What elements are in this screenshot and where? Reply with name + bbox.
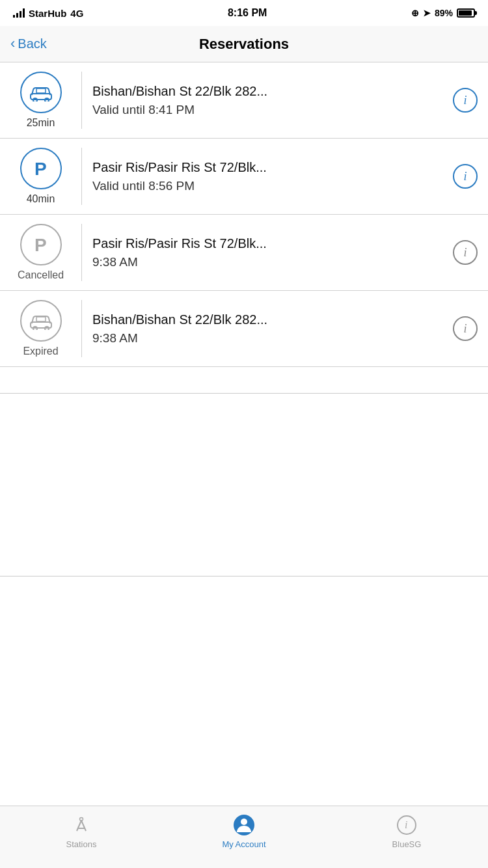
reservation-icon-section: 25min	[10, 72, 82, 129]
car-icon-circle	[20, 72, 62, 113]
status-bar: StarHub 4G 8:16 PM ⊕ ➤ 89%	[0, 0, 488, 26]
reservation-item[interactable]: P Cancelled Pasir Ris/Pasir Ris St 72/Bl…	[0, 215, 488, 291]
tab-myaccount-label: My Account	[222, 839, 265, 849]
parking-icon-circle-cancelled: P	[20, 224, 62, 265]
tab-stations-label: Stations	[66, 839, 97, 849]
reservation-item[interactable]: Expired Bishan/Bishan St 22/Blk 282... 9…	[0, 291, 488, 367]
status-indicators: ⊕ ➤ 89%	[411, 8, 475, 18]
battery-percent: 89%	[435, 8, 453, 18]
signal-icon	[13, 8, 25, 18]
reservation-location: Pasir Ris/Pasir Ris St 72/Blk...	[92, 236, 448, 251]
status-label: Cancelled	[18, 269, 64, 281]
car-icon-circle-expired	[20, 300, 62, 342]
tab-bluesg-label: BlueSG	[392, 839, 422, 849]
reservation-time: Valid until 8:56 PM	[92, 179, 448, 193]
status-carrier: StarHub 4G	[13, 8, 83, 19]
status-label: Expired	[23, 346, 58, 357]
gps-icon: ➤	[423, 8, 431, 18]
tab-bar: Stations My Account i BlueSG	[0, 806, 488, 868]
reservation-time: 9:38 AM	[92, 255, 448, 269]
info-button[interactable]: i	[453, 316, 478, 341]
myaccount-icon	[233, 814, 255, 836]
battery-icon	[457, 8, 475, 18]
reservation-info: Pasir Ris/Pasir Ris St 72/Blk... 9:38 AM	[92, 236, 448, 269]
reservation-location: Bishan/Bishan St 22/Blk 282...	[92, 312, 448, 327]
back-button[interactable]: ‹ Back	[10, 36, 47, 52]
svg-point-12	[241, 819, 247, 825]
tab-myaccount[interactable]: My Account	[163, 814, 325, 849]
status-time: 8:16 PM	[228, 7, 267, 19]
reservation-icon-section: Expired	[10, 300, 82, 357]
svg-rect-9	[36, 317, 46, 321]
tab-stations[interactable]: Stations	[0, 814, 163, 849]
reservation-item[interactable]: P 40min Pasir Ris/Pasir Ris St 72/Blk...…	[0, 139, 488, 215]
location-icon: ⊕	[411, 8, 419, 18]
info-button[interactable]: i	[453, 164, 478, 189]
network-type: 4G	[70, 8, 83, 19]
info-button[interactable]: i	[453, 88, 478, 113]
svg-text:P: P	[34, 159, 47, 179]
reservation-item[interactable]: 25min Bishan/Bishan St 22/Blk 282... Val…	[0, 62, 488, 139]
back-label: Back	[18, 36, 46, 51]
svg-rect-3	[36, 88, 46, 93]
reservation-time: Valid until 8:41 PM	[92, 103, 448, 117]
carrier-label: StarHub	[29, 8, 66, 19]
reservation-info: Pasir Ris/Pasir Ris St 72/Blk... Valid u…	[92, 160, 448, 193]
svg-point-10	[80, 818, 83, 821]
duration-label: 25min	[27, 117, 55, 129]
bluesg-icon: i	[396, 814, 418, 836]
reservation-time: 9:38 AM	[92, 331, 448, 346]
reservation-icon-section: P 40min	[10, 148, 82, 205]
svg-text:i: i	[405, 819, 407, 830]
stations-icon	[70, 814, 92, 836]
reservations-list: 25min Bishan/Bishan St 22/Blk 282... Val…	[0, 62, 488, 367]
info-button[interactable]: i	[453, 240, 478, 265]
svg-text:P: P	[34, 235, 47, 255]
reservation-location: Bishan/Bishan St 22/Blk 282...	[92, 84, 448, 99]
duration-label: 40min	[27, 193, 55, 205]
parking-icon-circle: P	[20, 148, 62, 189]
reservation-location: Pasir Ris/Pasir Ris St 72/Blk...	[92, 160, 448, 175]
reservation-info: Bishan/Bishan St 22/Blk 282... Valid unt…	[92, 84, 448, 117]
navigation-bar: ‹ Back Reservations	[0, 26, 488, 62]
tab-bluesg[interactable]: i BlueSG	[325, 814, 488, 849]
page-title: Reservations	[199, 36, 289, 53]
reservation-info: Bishan/Bishan St 22/Blk 282... 9:38 AM	[92, 312, 448, 346]
chevron-left-icon: ‹	[10, 35, 15, 52]
reservation-icon-section: P Cancelled	[10, 224, 82, 281]
